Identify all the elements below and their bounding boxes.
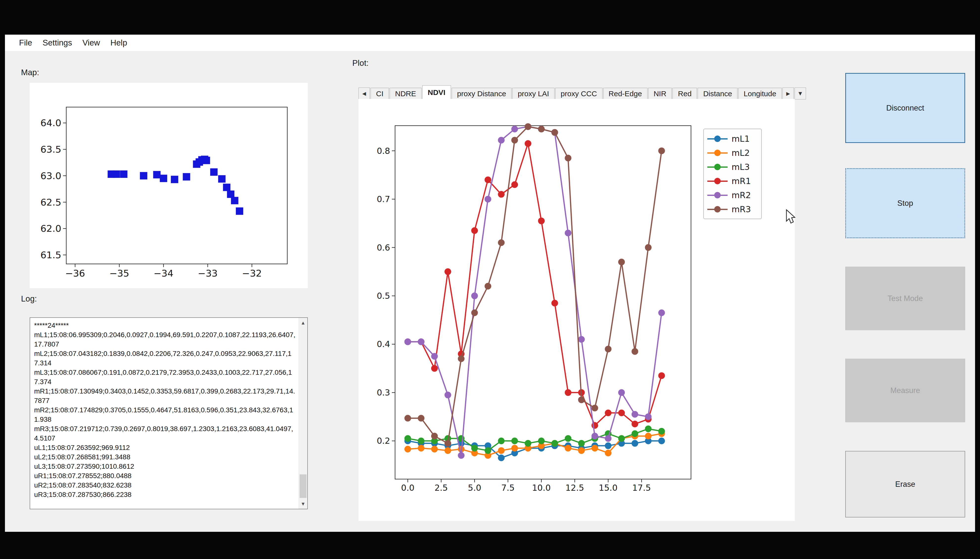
tab-red-edge[interactable]: Red-Edge [603, 88, 647, 99]
plot-tab-bar: ◀CINDRENDVIproxy Distanceproxy LAIproxy … [358, 85, 807, 99]
svg-text:61.5: 61.5 [40, 250, 61, 260]
legend-line-sample-mL1 [707, 138, 728, 140]
legend-item-mR1: mR1 [707, 174, 761, 188]
svg-text:63.5: 63.5 [40, 144, 61, 155]
legend-label-mL2: mL2 [731, 148, 750, 158]
svg-text:0.6: 0.6 [377, 243, 390, 253]
legend-line-sample-mR3 [707, 208, 728, 210]
legend-line-sample-mL2 [707, 152, 728, 154]
legend-item-mL1: mL1 [707, 132, 761, 146]
tab-overflow-icon[interactable]: ▼ [795, 88, 806, 99]
window-bottom-bar [0, 532, 980, 559]
svg-text:5.0: 5.0 [468, 483, 481, 493]
legend-label-mR2: mR2 [731, 190, 751, 200]
legend-line-sample-mR2 [707, 194, 728, 196]
legend-item-mL2: mL2 [707, 146, 761, 160]
svg-text:0.8: 0.8 [377, 146, 390, 156]
menu-item-file[interactable]: File [14, 38, 37, 48]
legend-item-mL3: mL3 [707, 160, 761, 174]
scrollbar-thumb[interactable] [300, 475, 307, 498]
svg-text:2.5: 2.5 [434, 483, 448, 493]
svg-text:0.0: 0.0 [401, 483, 414, 493]
legend-item-mR2: mR2 [707, 188, 761, 202]
tab-distance[interactable]: Distance [698, 88, 737, 99]
svg-text:−34: −34 [153, 268, 173, 279]
legend-label-mL1: mL1 [731, 134, 750, 144]
chart-legend: mL1mL2mL3mR1mR2mR3 [703, 129, 762, 219]
svg-text:10.0: 10.0 [532, 483, 551, 493]
legend-line-sample-mR1 [707, 180, 728, 182]
menu-item-view[interactable]: View [77, 38, 105, 48]
svg-text:17.5: 17.5 [632, 483, 651, 493]
scrollbar-up-icon[interactable]: ▲ [299, 318, 307, 328]
tab-proxy-distance[interactable]: proxy Distance [452, 88, 511, 99]
tab-longitude[interactable]: Longitude [738, 88, 782, 99]
tab-scroll-left-icon[interactable]: ◀ [358, 88, 370, 99]
svg-text:0.7: 0.7 [377, 194, 390, 204]
svg-text:−36: −36 [65, 268, 85, 279]
svg-text:0.2: 0.2 [377, 436, 390, 446]
svg-text:12.5: 12.5 [566, 483, 584, 493]
svg-text:62.5: 62.5 [40, 197, 61, 208]
tab-ci[interactable]: CI [371, 88, 389, 99]
svg-text:−32: −32 [242, 268, 262, 279]
tab-red[interactable]: Red [672, 88, 697, 99]
svg-text:15.0: 15.0 [599, 483, 617, 493]
svg-text:−33: −33 [198, 268, 218, 279]
legend-line-sample-mL3 [707, 166, 728, 168]
menu-item-help[interactable]: Help [105, 38, 132, 48]
log-panel[interactable]: *****24***** mL1;15:08:06.995309;0.2046,… [30, 318, 308, 509]
main-content-area: Map: −36−35−34−33−3261.562.062.563.063.5… [5, 51, 975, 532]
erase-button[interactable]: Erase [845, 451, 965, 518]
plot-section-label: Plot: [352, 58, 369, 68]
svg-text:62.0: 62.0 [40, 223, 61, 234]
log-scrollbar[interactable]: ▲ ▼ [299, 318, 307, 509]
svg-text:0.5: 0.5 [377, 291, 390, 301]
tab-proxy-lai[interactable]: proxy LAI [512, 88, 554, 99]
map-panel: −36−35−34−33−3261.562.062.563.063.564.0 [30, 83, 308, 288]
map-section-label: Map: [21, 68, 39, 77]
svg-text:7.5: 7.5 [502, 483, 515, 493]
svg-text:0.3: 0.3 [377, 388, 390, 397]
tab-ndvi[interactable]: NDVI [422, 85, 451, 99]
tab-proxy-ccc[interactable]: proxy CCC [555, 88, 602, 99]
log-text[interactable]: *****24***** mL1;15:08:06.995309;0.2046,… [30, 318, 299, 509]
disconnect-button[interactable]: Disconnect [845, 73, 965, 143]
stop-button[interactable]: Stop [845, 168, 965, 238]
tab-nir[interactable]: NIR [648, 88, 672, 99]
legend-label-mR1: mR1 [731, 176, 751, 186]
scrollbar-down-icon[interactable]: ▼ [299, 499, 307, 509]
menu-bar: FileSettingsViewHelp [5, 35, 975, 51]
legend-item-mR3: mR3 [707, 202, 761, 216]
legend-label-mL3: mL3 [731, 162, 750, 172]
svg-text:0.4: 0.4 [377, 339, 390, 349]
svg-text:63.0: 63.0 [40, 170, 61, 181]
window-title-bar [0, 0, 980, 35]
log-section-label: Log: [21, 294, 37, 303]
tab-scroll-right-icon[interactable]: ▶ [782, 88, 794, 99]
measure-button: Measure [845, 359, 965, 422]
menu-item-settings[interactable]: Settings [37, 38, 77, 48]
svg-text:−35: −35 [109, 268, 129, 279]
legend-label-mR3: mR3 [731, 204, 751, 214]
test-mode-button: Test Mode [845, 266, 965, 330]
map-scatter-chart: −36−35−34−33−3261.562.062.563.063.564.0 [30, 83, 308, 288]
tab-ndre[interactable]: NDRE [389, 88, 422, 99]
svg-text:64.0: 64.0 [40, 117, 61, 128]
